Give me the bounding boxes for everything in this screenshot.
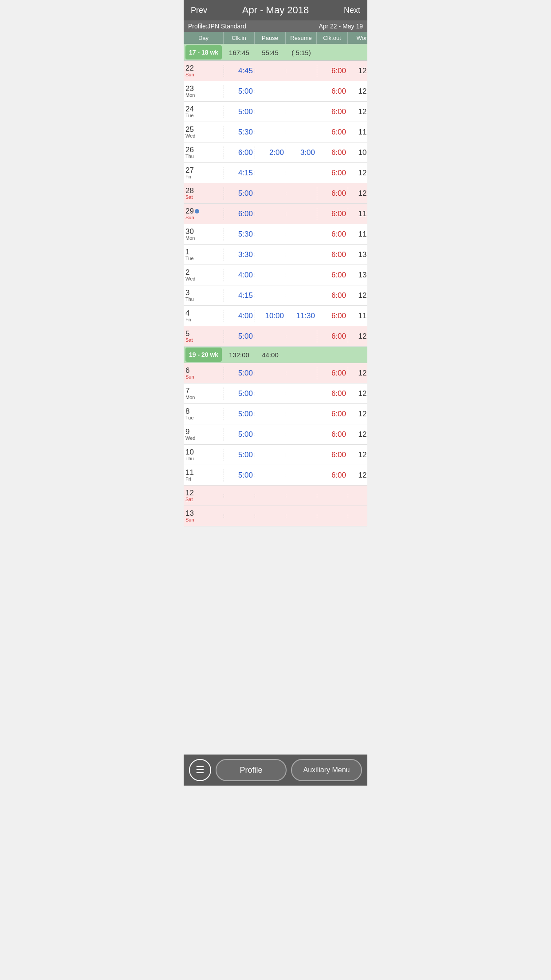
clkin-cell: 5:00 [224,330,255,343]
table-row[interactable]: 4Fri4:0010:0011:306:0011:303:301:00 [184,306,367,326]
pause-cell [255,474,286,477]
table-row[interactable]: 5Sat5:006:0012:004:00 [184,326,367,347]
clkout-cell: 6:00 [317,367,348,379]
day-name: Tue [185,113,194,118]
day-name: Thu [185,456,194,461]
table-row[interactable]: 7Mon5:006:0012:004:00 [184,383,367,404]
header: Prev Apr - May 2018 Next [184,0,367,20]
day-number: 3 [185,289,189,296]
table-row[interactable]: 30Mon5:306:0011:303:30 [184,224,367,245]
day-name: Mon [185,93,195,98]
table-row[interactable]: 23Mon5:006:0012:004:00 [184,81,367,102]
clkin-cell: 5:00 [224,449,255,461]
day-cell: 3Thu [184,287,224,304]
pause-cell [255,514,286,518]
day-name: Sun [185,72,194,77]
work-cell: 12:00 [348,85,367,98]
work-cell: 12:45 [348,167,367,179]
clkout-cell: 6:00 [317,167,348,179]
table-row[interactable]: 12Sat [184,486,367,506]
table-row[interactable]: 25Wed5:306:0011:303:30 [184,122,367,142]
day-name: Sat [185,497,193,502]
table-row[interactable]: 27Fri4:156:0012:454:450:45 [184,163,367,183]
profile-button[interactable]: Profile [216,759,287,781]
work-cell: 13:00 [348,269,367,281]
work-cell: 12:00 [348,408,367,420]
day-name: Tue [185,415,194,420]
table-row[interactable]: 9Wed5:006:0012:004:00 [184,424,367,445]
resume-cell [286,514,317,518]
day-name: Sun [185,375,194,379]
pause-cell [255,294,286,297]
auxiliary-menu-button[interactable]: Auxiliary Menu [291,759,362,781]
resume-cell [286,294,317,297]
clkin-cell: 4:00 [224,269,255,281]
work-cell: 12:00 [348,469,367,482]
week2-label: 19 - 20 wk [185,348,222,362]
pause-cell [255,130,286,134]
clkout-cell: 6:00 [317,310,348,322]
resume-cell [286,212,317,216]
table-row[interactable]: 10Thu5:006:0012:004:00 [184,445,367,465]
table-row[interactable]: 28Sat5:006:0012:004:00 [184,183,367,204]
day-number: 24 [185,105,194,113]
day-number: 13 [185,510,194,517]
day-number: 22 [185,64,194,72]
day-number: 11 [185,469,194,476]
resume-cell [286,433,317,436]
next-button[interactable]: Next [344,6,360,15]
clkout-cell: 6:00 [317,146,348,159]
table-row[interactable]: 29Sun6:006:0011:003:00 [184,204,367,224]
work-cell: 12:45 [348,289,367,302]
clkin-cell: 4:00 [224,310,255,322]
day-name: Sat [185,195,193,200]
table-row[interactable]: 6Sun5:006:0012:004:00 [184,363,367,383]
resume-cell [286,171,317,175]
clkin-cell: 3:30 [224,249,255,261]
table-row[interactable]: 24Tue5:006:0012:004:00 [184,102,367,122]
day-name: Sun [185,518,194,522]
col-day: Day [184,32,224,44]
table-row[interactable]: 2Wed4:006:0013:005:001:00 [184,265,367,285]
day-name: Wed [185,134,195,138]
table-row[interactable]: 3Thu4:156:0012:454:450:45 [184,285,367,306]
resume-cell [286,253,317,257]
day-cell: 8Tue [184,406,224,422]
resume-cell [286,453,317,457]
clkin-cell: 5:00 [224,106,255,118]
work-cell: 11:30 [348,126,367,138]
day-cell: 2Wed [184,267,224,283]
date-range: Apr 22 - May 19 [319,23,363,30]
day-number: 6 [185,367,189,374]
day-number: 12 [185,489,194,497]
pause-cell [255,171,286,175]
day-number: 8 [185,407,189,415]
menu-button[interactable]: ☰ [189,759,211,781]
day-cell: 24Tue [184,103,224,120]
pause-cell: 2:00 [255,146,286,159]
pause-cell [255,69,286,73]
day-number: 4 [185,309,189,317]
day-name: Wed [185,277,195,281]
table-row[interactable]: 1Tue3:306:0013:305:301:30 [184,245,367,265]
table-row[interactable]: 11Fri5:006:0012:004:00 [184,465,367,486]
table-row[interactable]: 8Tue5:006:0012:004:00 [184,404,367,424]
bottom-bar: ☰ Profile Auxiliary Menu [184,755,367,786]
day-cell: 28Sat [184,185,224,202]
day-name: Thu [185,297,194,302]
resume-cell [286,335,317,338]
week2-extra [286,351,317,358]
resume-cell [286,130,317,134]
table-row[interactable]: 22Sun4:456:0012:154:150:15 [184,61,367,81]
prev-button[interactable]: Prev [191,6,207,15]
day-name: Fri [185,317,191,322]
day-number: 2 [185,269,189,276]
resume-cell [286,474,317,477]
table-row[interactable]: 26Thu6:002:003:006:0010:002:00 [184,142,367,163]
work-cell [348,514,367,518]
resume-cell [286,69,317,73]
table-row[interactable]: 13Sun [184,506,367,526]
pause-cell [255,433,286,436]
clkout-cell: 6:00 [317,85,348,98]
resume-cell [286,392,317,395]
